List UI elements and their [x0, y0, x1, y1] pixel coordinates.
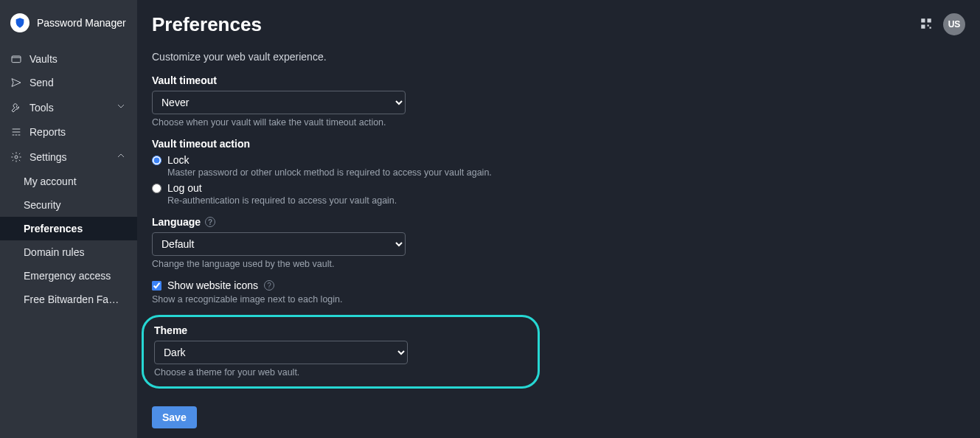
vault-timeout-hint: Choose when your vault will take the vau…	[152, 117, 550, 128]
language-label: Language ?	[152, 216, 550, 228]
group-show-icons: Show website icons ? Show a recognizable…	[152, 279, 550, 305]
sidebar-item-domain-rules[interactable]: Domain rules	[0, 240, 137, 264]
chevron-down-icon	[115, 100, 127, 114]
radio-logout-label: Log out	[167, 182, 202, 194]
brand: Password Manager	[0, 13, 137, 47]
group-language: Language ? Default Change the language u…	[152, 216, 550, 269]
theme-label: Theme	[154, 324, 527, 336]
sidebar-item-my-account[interactable]: My account	[0, 170, 137, 193]
theme-select[interactable]: Dark	[154, 341, 408, 364]
sidebar-item-send[interactable]: Send	[0, 71, 137, 94]
language-hint: Change the language used by the web vaul…	[152, 259, 550, 269]
vault-icon	[10, 53, 22, 65]
svg-rect-6	[930, 27, 931, 28]
gear-icon	[10, 151, 22, 163]
radio-lock-label: Lock	[167, 154, 190, 166]
show-icons-label: Show website icons	[167, 279, 258, 291]
theme-hint: Choose a theme for your web vault.	[154, 367, 527, 378]
sidebar-item-settings[interactable]: Settings	[0, 144, 137, 170]
language-select[interactable]: Default	[152, 232, 406, 256]
radio-logout[interactable]	[152, 184, 161, 193]
vault-timeout-label: Vault timeout	[152, 74, 550, 86]
sidebar-item-tools[interactable]: Tools	[0, 94, 137, 120]
primary-nav: Vaults Send Tools Reports Settings	[0, 47, 137, 311]
sidebar-item-preferences[interactable]: Preferences	[0, 217, 137, 240]
svg-rect-2	[921, 18, 925, 22]
sidebar-item-emergency-access[interactable]: Emergency access	[0, 264, 137, 288]
help-icon[interactable]: ?	[264, 280, 274, 291]
svg-rect-4	[921, 24, 925, 28]
show-icons-checkbox[interactable]	[152, 281, 161, 291]
brand-logo-icon	[10, 13, 29, 32]
sidebar-item-reports[interactable]: Reports	[0, 120, 137, 144]
vault-timeout-select[interactable]: Never	[152, 91, 406, 114]
radio-logout-hint: Re-authentication is required to access …	[167, 195, 550, 206]
sidebar: Password Manager Vaults Send Tools Repor…	[0, 0, 137, 438]
tools-icon	[10, 102, 22, 114]
group-vault-timeout: Vault timeout Never Choose when your vau…	[152, 74, 550, 128]
reports-icon	[10, 126, 22, 138]
sidebar-item-security[interactable]: Security	[0, 193, 137, 217]
sidebar-item-label: Send	[29, 77, 54, 88]
group-vault-timeout-action: Vault timeout action Lock Master passwor…	[152, 138, 550, 206]
save-button[interactable]: Save	[152, 406, 197, 428]
svg-point-1	[15, 156, 18, 159]
sidebar-item-vaults[interactable]: Vaults	[0, 47, 137, 71]
sidebar-item-free-family[interactable]: Free Bitwarden Famil...	[0, 288, 137, 311]
language-label-text: Language	[152, 216, 201, 228]
sidebar-item-label: Vaults	[29, 53, 58, 65]
page-intro: Customize your web vault experience.	[152, 51, 965, 63]
svg-rect-3	[928, 18, 931, 22]
group-theme: Theme Dark Choose a theme for your web v…	[142, 315, 540, 389]
sidebar-item-label: Settings	[29, 151, 67, 163]
help-icon[interactable]: ?	[205, 217, 215, 227]
avatar[interactable]: US	[943, 13, 965, 35]
qr-icon[interactable]	[920, 17, 933, 32]
settings-subnav: My account Security Preferences Domain r…	[0, 170, 137, 311]
brand-name: Password Manager	[37, 17, 126, 29]
header-actions: US	[920, 13, 965, 35]
chevron-up-icon	[115, 150, 127, 164]
radio-lock-hint: Master password or other unlock method i…	[167, 167, 550, 178]
send-icon	[10, 77, 22, 88]
sidebar-item-label: Reports	[29, 126, 66, 138]
vault-timeout-action-label: Vault timeout action	[152, 138, 550, 150]
show-icons-hint: Show a recognizable image next to each l…	[152, 294, 550, 305]
page-title: Preferences	[152, 13, 965, 36]
main-content: US Preferences Customize your web vault …	[137, 0, 980, 438]
svg-rect-0	[12, 56, 21, 63]
sidebar-item-label: Tools	[29, 102, 54, 114]
svg-rect-5	[928, 24, 929, 26]
radio-lock[interactable]	[152, 156, 161, 165]
